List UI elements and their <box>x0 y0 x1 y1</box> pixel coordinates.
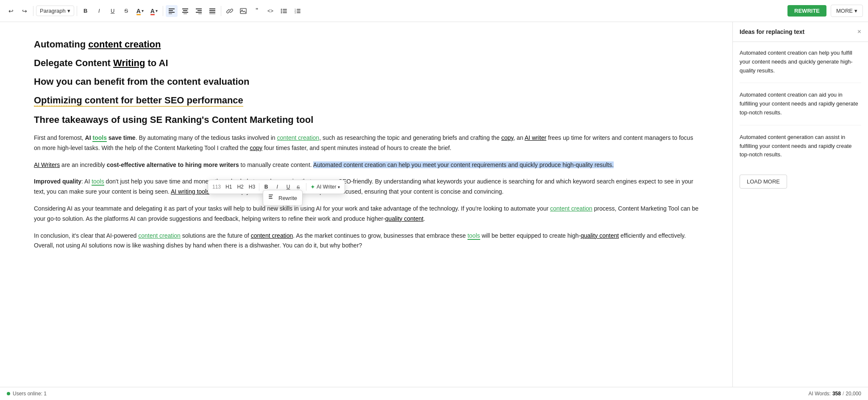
highlighted-text: Automated content creation can help you … <box>313 161 614 168</box>
undo-button[interactable]: ↩ <box>5 5 17 17</box>
svg-rect-20 <box>283 9 287 10</box>
heading-3: How you can benefit from the content eva… <box>34 76 698 87</box>
justify-icon <box>209 8 215 14</box>
link-ai-writer[interactable]: AI writer <box>525 134 546 141</box>
svg-rect-1 <box>169 10 173 11</box>
main-layout: Automating content creation Delegate Con… <box>0 22 868 387</box>
link-writing[interactable]: Writing <box>113 58 145 68</box>
svg-line-16 <box>228 10 231 12</box>
chevron-down-icon-ft: ▾ <box>338 185 340 189</box>
image-icon <box>240 8 247 14</box>
svg-rect-33 <box>269 196 272 197</box>
link-ai-writers[interactable]: AI Writers <box>34 161 60 168</box>
link-copy-1[interactable]: copy <box>501 134 514 141</box>
online-indicator <box>7 392 10 395</box>
ordered-list-button[interactable]: 1.2.3. <box>292 5 303 17</box>
panel-close-button[interactable]: × <box>857 28 861 36</box>
link-quality-content-1[interactable]: quality content <box>385 215 423 222</box>
link-icon <box>226 8 233 14</box>
more-button[interactable]: MORE ▾ <box>831 5 863 17</box>
quote-button[interactable]: " <box>251 5 263 17</box>
bold-button[interactable]: B <box>80 5 92 17</box>
svg-text:S: S <box>297 185 300 190</box>
editor-area[interactable]: Automating content creation Delegate Con… <box>0 22 732 387</box>
svg-rect-4 <box>182 8 188 9</box>
rewrite-button[interactable]: REWRITE <box>787 5 826 17</box>
link-button[interactable] <box>224 5 236 17</box>
paragraph-dropdown[interactable]: Paragraph ▾ <box>36 6 74 16</box>
panel-header: Ideas for replacing text × <box>733 22 868 42</box>
svg-rect-2 <box>169 12 175 13</box>
svg-rect-11 <box>198 14 202 14</box>
highlight-bar <box>136 14 141 15</box>
link-content-creation-4[interactable]: content creation <box>138 232 181 239</box>
redo-button[interactable]: ↪ <box>19 5 31 17</box>
paragraph-2: AI Writers are an incredibly cost-effect… <box>34 160 698 170</box>
highlight-button[interactable]: A ▾ <box>134 5 146 17</box>
heading-1: Automating content creation <box>34 39 698 50</box>
paragraph-label: Paragraph <box>40 8 66 14</box>
svg-rect-22 <box>283 11 287 11</box>
paragraph-3: Improved quality: AI tools don't just he… <box>34 177 698 197</box>
link-content-creation-5[interactable]: content creation <box>251 232 293 239</box>
panel-body: Automated content creation can help you … <box>733 42 868 387</box>
svg-rect-13 <box>209 10 215 11</box>
image-button[interactable] <box>237 5 249 17</box>
toolbar-divider-3 <box>163 6 163 16</box>
link-quality-content-2[interactable]: quality content <box>581 232 619 239</box>
align-right-button[interactable] <box>193 5 205 17</box>
svg-rect-26 <box>297 9 300 10</box>
link-content-creation-1[interactable]: content creation <box>88 39 161 50</box>
justify-button[interactable] <box>206 5 218 17</box>
link-content-creation-3[interactable]: content creation <box>550 205 593 212</box>
ai-words-count: 358 <box>832 391 841 397</box>
font-color-button[interactable]: A ▾ <box>148 5 160 17</box>
ft-divider-2 <box>306 183 306 191</box>
list-button[interactable] <box>278 5 290 17</box>
link-ai-writing-tools[interactable]: AI writing tools <box>171 188 209 195</box>
code-button[interactable]: <> <box>264 5 276 17</box>
footer-right: AI Words: 358 / 20,000 <box>808 391 861 397</box>
ft-ai-writer-button[interactable]: ✦ AI Writer ▾ <box>308 183 342 191</box>
ft-divider-1 <box>259 183 259 191</box>
rewrite-list-icon <box>268 194 275 202</box>
svg-point-21 <box>281 10 282 11</box>
list-icon <box>281 8 287 14</box>
link-content-creation-2[interactable]: content creation <box>277 134 320 141</box>
svg-point-23 <box>281 12 282 13</box>
ai-words-separator: / <box>843 391 844 397</box>
right-panel: Ideas for replacing text × Automated con… <box>732 22 868 387</box>
svg-rect-3 <box>169 14 172 14</box>
italic-button[interactable]: I <box>93 5 105 17</box>
paragraph-5: In conclusion, it's clear that AI-powere… <box>34 231 698 251</box>
toolbar-divider-4 <box>221 6 221 16</box>
link-tools-1[interactable]: tools <box>92 134 106 142</box>
svg-rect-30 <box>297 12 300 13</box>
suggestion-item-2: Automated content creation can aid you i… <box>740 91 861 125</box>
link-tools-2[interactable]: tools <box>92 178 104 186</box>
ft-h3-button[interactable]: H3 <box>247 182 257 192</box>
svg-rect-8 <box>196 8 202 9</box>
link-copy-2[interactable]: copy <box>250 144 262 151</box>
strikethrough-button[interactable]: S <box>120 5 132 17</box>
chevron-down-icon-more: ▾ <box>854 8 857 14</box>
ft-num: 113 <box>211 184 223 190</box>
svg-point-19 <box>281 8 282 10</box>
toolbar-divider-2 <box>77 6 77 16</box>
rewrite-label[interactable]: Rewrite <box>278 195 297 201</box>
align-left-button[interactable] <box>166 5 178 17</box>
svg-rect-9 <box>198 10 202 11</box>
load-more-button[interactable]: LOAD MORE <box>740 175 787 189</box>
svg-rect-15 <box>209 14 215 14</box>
align-center-button[interactable] <box>179 5 191 17</box>
ft-h1-button[interactable]: H1 <box>223 182 234 192</box>
users-online-label: Users online: 1 <box>13 391 47 397</box>
svg-rect-24 <box>283 12 287 13</box>
suggestion-item-1: Automated content creation can help you … <box>740 49 861 83</box>
paragraph-1: First and foremost, AI tools save time. … <box>34 133 698 153</box>
link-tools-3[interactable]: tools <box>467 232 480 240</box>
ft-h2-button[interactable]: H2 <box>235 182 245 192</box>
align-right-icon <box>196 8 202 14</box>
underline-button[interactable]: U <box>107 5 119 17</box>
align-center-icon <box>182 8 188 14</box>
